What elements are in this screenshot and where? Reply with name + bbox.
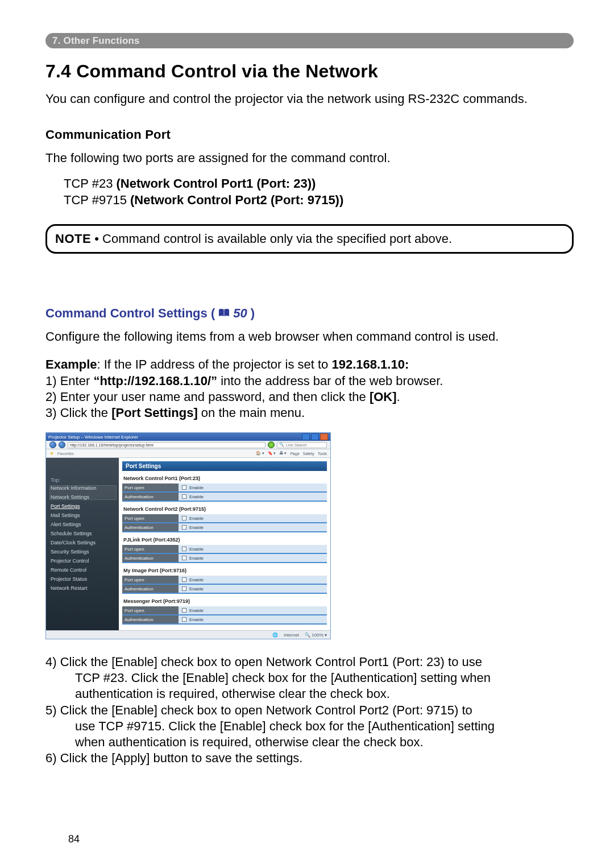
close-button[interactable] xyxy=(320,433,328,440)
window-titlebar: Projector Setup – Windows Internet Explo… xyxy=(46,433,330,441)
row-value: Enable xyxy=(179,514,327,522)
row-value: Enable xyxy=(179,606,327,614)
content-area: Top: Network Information Network Setting… xyxy=(46,458,330,630)
checkbox[interactable] xyxy=(182,525,186,530)
port-line-2: TCP #9715 (Network Control Port2 (Port: … xyxy=(64,192,577,208)
step-2: 2) Enter your user name and password, an… xyxy=(45,389,577,405)
row-label: Authentication xyxy=(122,615,179,623)
tool-safety[interactable]: Safety xyxy=(303,452,314,456)
row-authentication: Authentication Enable xyxy=(122,615,327,625)
search-box[interactable]: 🔍 Live Search xyxy=(277,442,327,448)
minimize-button[interactable] xyxy=(302,433,310,440)
row-label: Authentication xyxy=(122,554,179,562)
sidebar-item-date-clock-settings[interactable]: Date/Clock Settings xyxy=(46,538,119,547)
brand-placeholder xyxy=(49,485,117,500)
row-label: Port open xyxy=(122,606,179,614)
step3-post: on the main menu. xyxy=(198,406,305,420)
port1-pre: TCP #23 xyxy=(64,176,117,191)
step6-pre: 6) Click the xyxy=(45,751,111,765)
sidebar-item-network-restart[interactable]: Network Restart xyxy=(46,584,119,593)
section-tab: 7. Other Functions xyxy=(45,33,574,48)
group-title: PJLink Port (Port:4352) xyxy=(123,537,327,543)
sidebar-item-alert-settings[interactable]: Alert Settings xyxy=(46,520,119,529)
row-value: Enable xyxy=(179,483,327,491)
example-ip: 192.168.1.10: xyxy=(331,357,409,371)
row-label: Authentication xyxy=(122,523,179,531)
port2-bold: (Network Control Port2 (Port: 9715)) xyxy=(130,193,343,207)
checkbox[interactable] xyxy=(182,577,186,582)
tool-tools[interactable]: Tools xyxy=(318,452,327,456)
example-label: Example xyxy=(45,357,97,371)
section-tab-label: 7. Other Functions xyxy=(52,35,140,47)
step-5-cont2: when authentication is required, otherwi… xyxy=(45,734,577,750)
sidebar-item-remote-control[interactable]: Remote Control xyxy=(46,565,119,574)
step-1: 1) Enter “http://192.168.1.10/” into the… xyxy=(45,373,577,389)
checkbox[interactable] xyxy=(182,494,186,499)
tool-page[interactable]: Page xyxy=(290,452,299,456)
step5-b1: [Enable] xyxy=(111,703,157,717)
row-label: Port open xyxy=(122,576,179,584)
step-4-cont2: authentication is required, otherwise cl… xyxy=(45,686,577,702)
row-value: Enable xyxy=(179,545,327,553)
row-port-open: Port open Enable xyxy=(122,483,327,493)
checkbox[interactable] xyxy=(182,516,186,520)
row-value-text: Enable xyxy=(189,494,204,499)
comm-port-intro: The following two ports are assigned for… xyxy=(45,150,577,166)
step4c1-post: setting when xyxy=(417,671,491,685)
row-authentication: Authentication Enable xyxy=(122,523,327,532)
group-title: Messenger Port (Port:9719) xyxy=(123,598,327,604)
zoom-level: 🔍 100% ▾ xyxy=(305,633,327,638)
settings-intro: Configure the following items from a web… xyxy=(45,329,577,345)
checkbox[interactable] xyxy=(182,547,186,551)
step4c1-b: [Enable] xyxy=(182,671,229,685)
step-4-cont1: TCP #23. Click the [Enable] check box fo… xyxy=(45,670,577,686)
go-button[interactable] xyxy=(268,441,275,448)
sidebar-item-projector-control[interactable]: Projector Control xyxy=(46,556,119,565)
step1-bold: “http://192.168.1.10/” xyxy=(93,374,217,388)
step-3: 3) Click the [Port Settings] on the main… xyxy=(45,405,577,421)
browser-screenshot: Projector Setup – Windows Internet Explo… xyxy=(45,432,331,639)
row-port-open: Port open Enable xyxy=(122,545,327,554)
row-label: Port open xyxy=(122,514,179,522)
address-bar[interactable]: http://192.168.1.10/html/top/projectorse… xyxy=(68,442,265,448)
tool-home-icon[interactable]: 🏠 ▾ xyxy=(256,451,264,456)
maximize-button[interactable] xyxy=(311,433,319,440)
panel-header: Port Settings xyxy=(122,461,327,471)
steps-continued: 4) Click the [Enable] check box to open … xyxy=(45,654,577,766)
port-line-1: TCP #23 (Network Control Port1 (Port: 23… xyxy=(64,176,577,192)
step-5-cont1: use TCP #9715. Click the [Enable] check … xyxy=(45,718,577,734)
step6-post: button to save the settings. xyxy=(150,751,302,765)
settings-heading-close: ) xyxy=(251,306,255,321)
favorites-group: ★ Favorites xyxy=(49,450,74,456)
tool-print-icon[interactable]: 🖶 ▾ xyxy=(279,451,287,456)
back-button[interactable] xyxy=(49,441,56,448)
row-value-text: Enable xyxy=(189,577,204,582)
sidebar-item-security-settings[interactable]: Security Settings xyxy=(46,547,119,556)
group-title: Network Control Port2 (Port:9715) xyxy=(123,506,327,512)
row-value: Enable xyxy=(179,493,327,501)
row-authentication: Authentication Enable xyxy=(122,493,327,502)
address-toolbar: http://192.168.1.10/html/top/projectorse… xyxy=(46,441,330,449)
page-number: 84 xyxy=(68,833,80,845)
sidebar-item-projector-status[interactable]: Projector Status xyxy=(46,574,119,584)
zoom-text: 100% xyxy=(312,633,323,638)
note-label: NOTE xyxy=(55,232,91,246)
row-value-text: Enable xyxy=(189,617,204,622)
row-value: Enable xyxy=(179,523,327,531)
forward-button[interactable] xyxy=(59,441,65,448)
tool-feed-icon[interactable]: 🔖 ▾ xyxy=(268,451,276,456)
settings-heading: Command Control Settings ( 50) xyxy=(45,306,577,321)
checkbox[interactable] xyxy=(182,485,186,490)
step4c1-b2: [Authentication] xyxy=(331,671,417,685)
group-messenger: Messenger Port (Port:9719) Port open Ena… xyxy=(122,598,327,625)
step3-pre: 3) Click the xyxy=(45,406,111,420)
sidebar-item-port-settings[interactable]: Port Settings xyxy=(46,502,119,511)
checkbox[interactable] xyxy=(182,556,186,560)
step4-mid2: to use xyxy=(445,655,482,669)
checkbox[interactable] xyxy=(182,586,186,591)
sidebar-item-schedule-settings[interactable]: Schedule Settings xyxy=(46,529,119,538)
favorites-star-icon[interactable]: ★ xyxy=(49,450,54,456)
checkbox[interactable] xyxy=(182,608,186,613)
sidebar-item-mail-settings[interactable]: Mail Settings xyxy=(46,511,119,520)
checkbox[interactable] xyxy=(182,617,186,622)
